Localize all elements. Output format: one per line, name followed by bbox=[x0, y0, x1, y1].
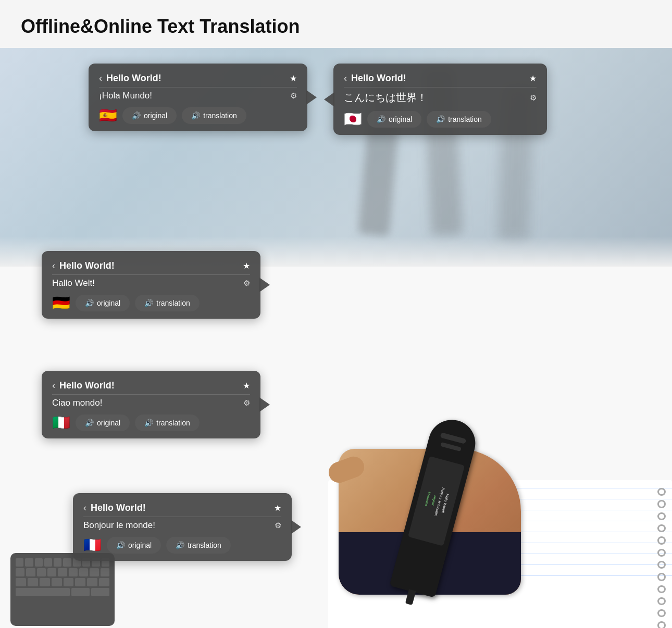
flag-french: 🇫🇷 bbox=[83, 538, 102, 552]
speaker-icon: 🔊 bbox=[144, 299, 153, 307]
gear-icon[interactable]: ⚙ bbox=[290, 91, 297, 101]
star-icon[interactable]: ★ bbox=[243, 381, 250, 391]
speaker-icon: 🔊 bbox=[191, 111, 200, 120]
card-italian-original: Hello World! bbox=[59, 380, 115, 391]
card-spanish: ‹ Hello World! ★ ¡Hola Mundo! ⚙ 🇪🇸 🔊 ori… bbox=[89, 64, 307, 131]
star-icon[interactable]: ★ bbox=[529, 73, 537, 83]
back-arrow-icon[interactable]: ‹ bbox=[83, 503, 86, 513]
flag-spanish: 🇪🇸 bbox=[99, 108, 117, 123]
star-icon[interactable]: ★ bbox=[243, 261, 250, 271]
card-spanish-translated: ¡Hola Mundo! bbox=[99, 91, 152, 101]
card-german-translated: Hallo Welt! bbox=[52, 278, 95, 288]
gear-icon[interactable]: ⚙ bbox=[243, 279, 250, 288]
flag-german: 🇩🇪 bbox=[52, 296, 70, 310]
pen-screen-line4: translation bbox=[425, 492, 431, 506]
keyboard bbox=[10, 553, 115, 626]
card-japanese-original: Hello World! bbox=[351, 73, 406, 84]
star-icon[interactable]: ★ bbox=[290, 73, 297, 83]
speaker-icon: 🔊 bbox=[144, 419, 153, 427]
flag-japanese: 🇯🇵 bbox=[344, 112, 362, 127]
translation-audio-btn[interactable]: 🔊 translation bbox=[427, 111, 491, 128]
gear-icon[interactable]: ⚙ bbox=[530, 93, 537, 103]
speaker-icon: 🔊 bbox=[176, 541, 184, 549]
flag-italian: 🇮🇹 bbox=[52, 416, 70, 430]
hand-pen-container: Hello World! Bonjour le monde! original … bbox=[339, 397, 547, 595]
original-audio-btn[interactable]: 🔊 original bbox=[107, 537, 161, 554]
back-arrow-icon[interactable]: ‹ bbox=[52, 380, 55, 391]
card-french-translated: Bonjour le monde! bbox=[83, 520, 155, 531]
back-arrow-icon[interactable]: ‹ bbox=[344, 73, 347, 84]
speaker-icon: 🔊 bbox=[116, 541, 125, 549]
translation-audio-btn[interactable]: 🔊 translation bbox=[166, 537, 231, 554]
speaker-icon: 🔊 bbox=[85, 299, 94, 307]
speaker-icon: 🔊 bbox=[85, 419, 94, 427]
speaker-icon: 🔊 bbox=[377, 115, 385, 123]
gear-icon[interactable]: ⚙ bbox=[275, 521, 281, 530]
original-audio-btn[interactable]: 🔊 original bbox=[76, 295, 130, 311]
back-arrow-icon[interactable]: ‹ bbox=[99, 73, 102, 84]
page-title: Offline&Online Text Translation bbox=[0, 0, 672, 48]
card-german-original: Hello World! bbox=[59, 260, 115, 271]
card-italian: ‹ Hello World! ★ Ciao mondo! ⚙ 🇮🇹 🔊 orig… bbox=[42, 371, 260, 438]
card-german: ‹ Hello World! ★ Hallo Welt! ⚙ 🇩🇪 🔊 orig… bbox=[42, 251, 260, 319]
gear-icon[interactable]: ⚙ bbox=[243, 398, 250, 408]
card-spanish-original: Hello World! bbox=[106, 73, 161, 84]
back-arrow-icon[interactable]: ‹ bbox=[52, 260, 55, 271]
original-audio-btn[interactable]: 🔊 original bbox=[76, 415, 130, 431]
speaker-icon: 🔊 bbox=[132, 111, 141, 120]
pen-screen-line3: original bbox=[431, 495, 437, 506]
translation-audio-btn[interactable]: 🔊 translation bbox=[135, 295, 200, 311]
hand-area: Hello World bbox=[307, 230, 672, 628]
translation-audio-btn[interactable]: 🔊 translation bbox=[182, 107, 246, 124]
translation-audio-btn[interactable]: 🔊 translation bbox=[135, 415, 200, 431]
card-japanese: ‹ Hello World! ★ こんにちは世界！ ⚙ 🇯🇵 🔊 origina… bbox=[333, 64, 547, 135]
card-french: ‹ Hello World! ★ Bonjour le monde! ⚙ 🇫🇷 … bbox=[73, 493, 292, 561]
original-audio-btn[interactable]: 🔊 original bbox=[367, 111, 421, 128]
speaker-icon: 🔊 bbox=[436, 115, 445, 123]
card-french-original: Hello World! bbox=[91, 503, 146, 513]
star-icon[interactable]: ★ bbox=[274, 503, 281, 513]
original-audio-btn[interactable]: 🔊 original bbox=[122, 107, 177, 124]
card-italian-translated: Ciao mondo! bbox=[52, 398, 102, 408]
main-content: Hello World bbox=[0, 48, 672, 628]
card-japanese-translated: こんにちは世界！ bbox=[344, 91, 427, 105]
